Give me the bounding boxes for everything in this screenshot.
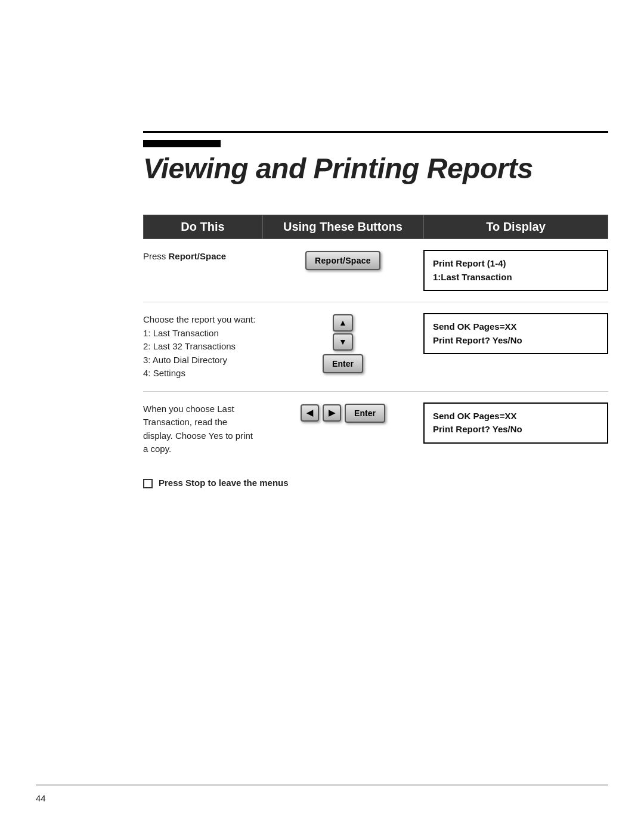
report-space-label: Report/Space [169,251,227,261]
display-line1-3: Send OK Pages=XX [433,410,599,423]
cell-display-2: Send OK Pages=XX Print Report? Yes/No [423,313,608,354]
content-area: Do This Using These Buttons To Display P… [143,215,608,488]
cell-buttons-3: ◀ ▶ Enter [262,402,423,423]
cell-display-1: Print Report (1-4) 1:Last Transaction [423,250,608,291]
page-title: Viewing and Printing Reports [143,152,533,185]
header-to-display: To Display [423,215,608,239]
cell-do-this-1: Press Report/Space [143,250,262,264]
display-line1-2: Send OK Pages=XX [433,320,599,334]
bullet-text: Press Stop to leave the menus [159,478,289,488]
table-header-row: Do This Using These Buttons To Display [143,215,608,239]
enter-button-2[interactable]: Enter [323,354,363,373]
main-table: Do This Using These Buttons To Display P… [143,215,608,467]
display-box-3: Send OK Pages=XX Print Report? Yes/No [423,402,608,444]
display-line2-1: 1:Last Transaction [433,271,599,284]
table-row-3: When you choose Last Transaction, read t… [143,392,608,467]
choose-text: Choose the report you want:1: Last Trans… [143,313,256,380]
right-arrow-button[interactable]: ▶ [323,404,341,422]
cell-do-this-3: When you choose Last Transaction, read t… [143,402,262,456]
cell-buttons-1: Report/Space [262,250,423,270]
cell-buttons-2: ▲ ▼ Enter [262,313,423,373]
arrows-column: ▲ ▼ [333,314,353,351]
left-arrow-button[interactable]: ◀ [301,404,319,422]
col-buttons: Using These Buttons [262,215,423,239]
table-row-2: Choose the report you want:1: Last Trans… [143,302,608,392]
report-space-button[interactable]: Report/Space [305,251,380,270]
bottom-rule [36,785,608,786]
title-accent-bar [143,140,221,147]
page-number: 44 [36,793,46,803]
press-label: Press [143,251,169,261]
enter-button-3[interactable]: Enter [345,404,385,423]
display-line2-2: Print Report? Yes/No [433,334,599,348]
header-using-buttons: Using These Buttons [262,215,423,239]
col-display: To Display [423,215,608,239]
down-arrow-button[interactable]: ▼ [333,333,353,351]
col-do-this: Do This [143,215,262,239]
display-line2-3: Print Report? Yes/No [433,423,599,436]
cell-display-3: Send OK Pages=XX Print Report? Yes/No [423,402,608,444]
display-box-2: Send OK Pages=XX Print Report? Yes/No [423,313,608,354]
display-box-1: Print Report (1-4) 1:Last Transaction [423,250,608,291]
cell-do-this-2: Choose the report you want:1: Last Trans… [143,313,262,380]
top-rule [143,131,608,133]
header-do-this: Do This [143,215,262,239]
bullet-checkbox-icon [143,479,153,488]
lr-arrow-enter-row: ◀ ▶ Enter [301,404,385,423]
page-container: Viewing and Printing Reports Do This Usi… [0,0,644,833]
up-arrow-button[interactable]: ▲ [333,314,353,332]
display-line1-1: Print Report (1-4) [433,257,599,271]
table-row-1: Press Report/Space Report/Space Print Re… [143,239,608,302]
last-transaction-text: When you choose Last Transaction, read t… [143,402,256,456]
bullet-item: Press Stop to leave the menus [143,478,608,488]
